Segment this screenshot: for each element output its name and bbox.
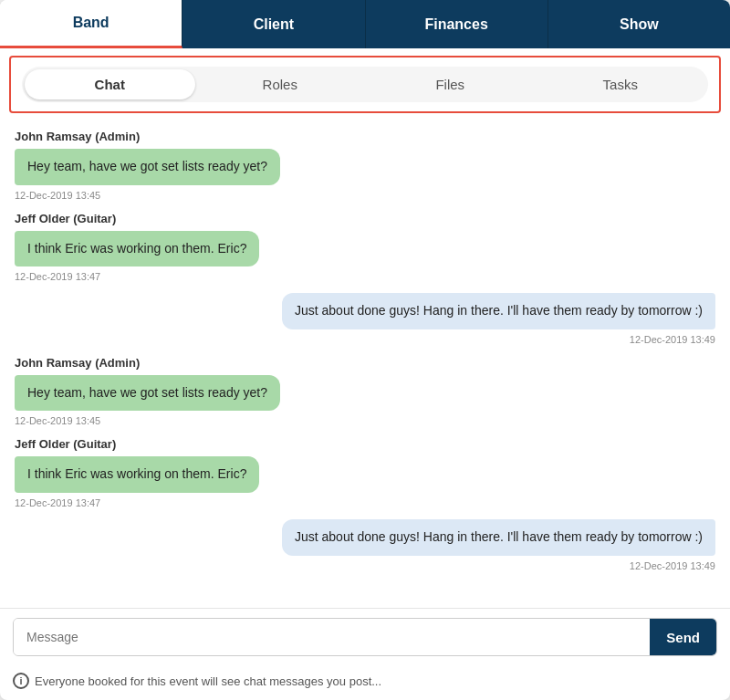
sub-tabs-wrapper: Chat Roles Files Tasks bbox=[9, 56, 721, 113]
message-group: Just about done guys! Hang in there. I'l… bbox=[15, 519, 715, 571]
message-input[interactable] bbox=[14, 619, 642, 655]
message-timestamp: 12-Dec-2019 13:49 bbox=[630, 560, 715, 571]
send-button[interactable]: Send bbox=[650, 619, 716, 655]
message-group: John Ramsay (Admin) Hey team, have we go… bbox=[15, 130, 715, 201]
sub-tabs: Chat Roles Files Tasks bbox=[22, 67, 708, 102]
sender-name: Jeff Older (Guitar) bbox=[15, 437, 116, 451]
message-bubble: I think Eric was working on them. Eric? bbox=[15, 456, 259, 493]
sub-tab-tasks[interactable]: Tasks bbox=[536, 69, 706, 99]
chat-area: John Ramsay (Admin) Hey team, have we go… bbox=[0, 120, 730, 608]
top-tabs: Band Client Finances Show bbox=[0, 0, 730, 48]
message-timestamp: 12-Dec-2019 13:45 bbox=[15, 190, 100, 201]
message-timestamp: 12-Dec-2019 13:49 bbox=[630, 334, 715, 345]
sender-name: Jeff Older (Guitar) bbox=[15, 212, 116, 225]
app-container: Band Client Finances Show Chat Roles Fil… bbox=[0, 0, 730, 700]
sub-tab-chat[interactable]: Chat bbox=[25, 69, 195, 99]
message-bubble: Hey team, have we got set lists ready ye… bbox=[15, 149, 280, 185]
message-group: Just about done guys! Hang in there. I'l… bbox=[15, 293, 715, 345]
message-timestamp: 12-Dec-2019 13:47 bbox=[15, 497, 100, 508]
sender-name: John Ramsay (Admin) bbox=[15, 130, 140, 143]
sub-tab-roles[interactable]: Roles bbox=[195, 69, 366, 99]
message-timestamp: 12-Dec-2019 13:45 bbox=[15, 415, 100, 426]
message-timestamp: 12-Dec-2019 13:47 bbox=[15, 271, 100, 282]
info-icon: i bbox=[13, 673, 29, 689]
top-tab-band[interactable]: Band bbox=[0, 0, 182, 48]
top-tab-show[interactable]: Show bbox=[548, 0, 730, 48]
top-tab-finances[interactable]: Finances bbox=[366, 0, 548, 48]
message-bubble: I think Eric was working on them. Eric? bbox=[15, 231, 259, 267]
message-bubble: Hey team, have we got set lists ready ye… bbox=[15, 375, 280, 412]
info-bar: i Everyone booked for this event will se… bbox=[0, 665, 730, 700]
message-row: Send bbox=[13, 618, 717, 656]
message-group: Jeff Older (Guitar) I think Eric was wor… bbox=[15, 212, 715, 283]
sub-tab-files[interactable]: Files bbox=[365, 69, 536, 99]
message-group: Jeff Older (Guitar) I think Eric was wor… bbox=[15, 437, 715, 508]
info-text: Everyone booked for this event will see … bbox=[35, 674, 381, 688]
message-bubble: Just about done guys! Hang in there. I'l… bbox=[282, 293, 715, 329]
top-tab-client[interactable]: Client bbox=[182, 0, 365, 48]
message-group: John Ramsay (Admin) Hey team, have we go… bbox=[15, 356, 715, 427]
input-area: Send bbox=[0, 608, 730, 665]
message-bubble: Just about done guys! Hang in there. I'l… bbox=[282, 519, 715, 556]
sender-name: John Ramsay (Admin) bbox=[15, 356, 140, 370]
